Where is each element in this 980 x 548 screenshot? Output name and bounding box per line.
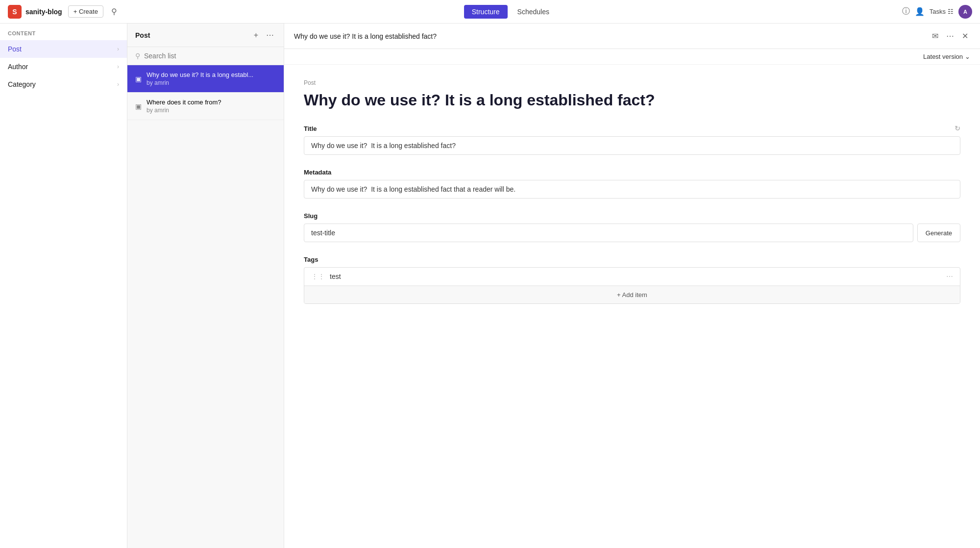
sidebar-item-label: Category [8, 80, 36, 88]
doc-title: Why do we use it? It is a long establish… [304, 90, 960, 110]
document-icon: ▣ [135, 75, 142, 83]
content-pane: Why do we use it? It is a long establish… [284, 24, 980, 548]
content-header-actions: ✉ ⋯ ✕ [930, 30, 970, 42]
slug-field-group: Slug Generate [304, 212, 960, 242]
tag-input[interactable] [330, 273, 941, 280]
post-author: by amrin [147, 107, 276, 114]
avatar[interactable]: A [958, 5, 972, 19]
version-label: Latest version [923, 53, 963, 60]
content-body: Post Why do we use it? It is a long esta… [284, 65, 980, 548]
sync-icon: ↻ [955, 125, 960, 132]
chevron-down-icon: ⌄ [965, 53, 970, 60]
middle-pane: Post + ⋯ ⚲ ▣ Why do we use it? It is a l… [127, 24, 284, 548]
content-header-title: Why do we use it? It is a long establish… [294, 32, 437, 40]
generate-button[interactable]: Generate [917, 224, 960, 242]
drag-handle-icon[interactable]: ⋮⋮ [311, 273, 325, 280]
sidebar-section-title: Content [0, 24, 127, 40]
sidebar-item-label: Author [8, 63, 28, 71]
search-input[interactable] [144, 52, 276, 60]
post-list-item[interactable]: ▣ Why do we use it? It is a long establ.… [127, 65, 284, 93]
tab-schedules[interactable]: Schedules [510, 5, 557, 19]
metadata-input[interactable] [304, 180, 960, 199]
user-icon-button[interactable]: 👤 [915, 7, 925, 16]
slug-row: Generate [304, 224, 960, 242]
title-input[interactable] [304, 136, 960, 155]
metadata-field-label: Metadata [304, 169, 960, 176]
doc-label: Post [304, 79, 960, 86]
tasks-button[interactable]: Tasks ☷ [930, 8, 954, 15]
search-icon: ⚲ [135, 52, 140, 60]
post-list: ▣ Why do we use it? It is a long establ.… [127, 65, 284, 548]
middle-pane-title: Post [135, 31, 150, 39]
app-name: sanity-blog [25, 8, 62, 16]
sidebar-item-author[interactable]: Author › [0, 58, 127, 75]
nav-tabs: Structure Schedules [125, 5, 896, 19]
tasks-label: Tasks [930, 8, 946, 15]
metadata-field-group: Metadata [304, 169, 960, 199]
add-post-button[interactable]: + [252, 29, 260, 41]
tag-item: ⋮⋮ ⋯ [304, 268, 960, 286]
tab-structure[interactable]: Structure [464, 5, 508, 19]
logo-icon: S [8, 5, 22, 19]
title-field-group: Title ↻ [304, 125, 960, 155]
post-info: Why do we use it? It is a long establ...… [147, 71, 276, 86]
global-search-button[interactable]: ⚲ [109, 5, 119, 18]
nav-right-actions: ⓘ 👤 Tasks ☷ A [902, 5, 972, 19]
content-subheader: Latest version ⌄ [284, 49, 980, 65]
more-options-button[interactable]: ⋯ [264, 29, 276, 41]
middle-header-actions: + ⋯ [252, 29, 276, 41]
sidebar-item-label: Post [8, 45, 22, 53]
close-button[interactable]: ✕ [960, 30, 970, 42]
sidebar-item-post[interactable]: Post › [0, 40, 127, 58]
chevron-right-icon: › [117, 81, 119, 88]
chevron-right-icon: › [117, 63, 119, 70]
version-button[interactable]: Latest version ⌄ [923, 53, 970, 60]
app-logo: S sanity-blog [8, 5, 62, 19]
main-layout: Content Post › Author › Category › Post … [0, 24, 980, 548]
tags-field-label: Tags [304, 256, 960, 263]
sidebar: Content Post › Author › Category › [0, 24, 127, 548]
comment-button[interactable]: ✉ [930, 30, 940, 42]
post-title: Why do we use it? It is a long establ... [147, 71, 276, 78]
create-button[interactable]: + Create [68, 5, 103, 18]
help-icon-button[interactable]: ⓘ [902, 6, 910, 17]
middle-header: Post + ⋯ [127, 24, 284, 47]
slug-input[interactable] [304, 224, 913, 242]
post-info: Where does it come from? by amrin [147, 99, 276, 114]
add-item-button[interactable]: + Add item [304, 286, 960, 303]
post-author: by amrin [147, 79, 276, 86]
content-header: Why do we use it? It is a long establish… [284, 24, 980, 49]
tags-field-group: Tags ⋮⋮ ⋯ + Add item [304, 256, 960, 304]
search-icon: ⚲ [111, 7, 117, 16]
slug-field-label: Slug [304, 212, 960, 220]
tags-container: ⋮⋮ ⋯ + Add item [304, 267, 960, 304]
more-options-button[interactable]: ⋯ [944, 30, 956, 42]
document-icon: ▣ [135, 102, 142, 110]
topnav: S sanity-blog + Create ⚲ Structure Sched… [0, 0, 980, 24]
post-title: Where does it come from? [147, 99, 276, 106]
tasks-icon: ☷ [948, 8, 954, 15]
tag-more-icon[interactable]: ⋯ [946, 273, 953, 280]
post-list-item[interactable]: ▣ Where does it come from? by amrin [127, 93, 284, 120]
title-field-label: Title ↻ [304, 125, 960, 132]
chevron-right-icon: › [117, 46, 119, 52]
search-bar: ⚲ [127, 47, 284, 65]
sidebar-item-category[interactable]: Category › [0, 75, 127, 93]
